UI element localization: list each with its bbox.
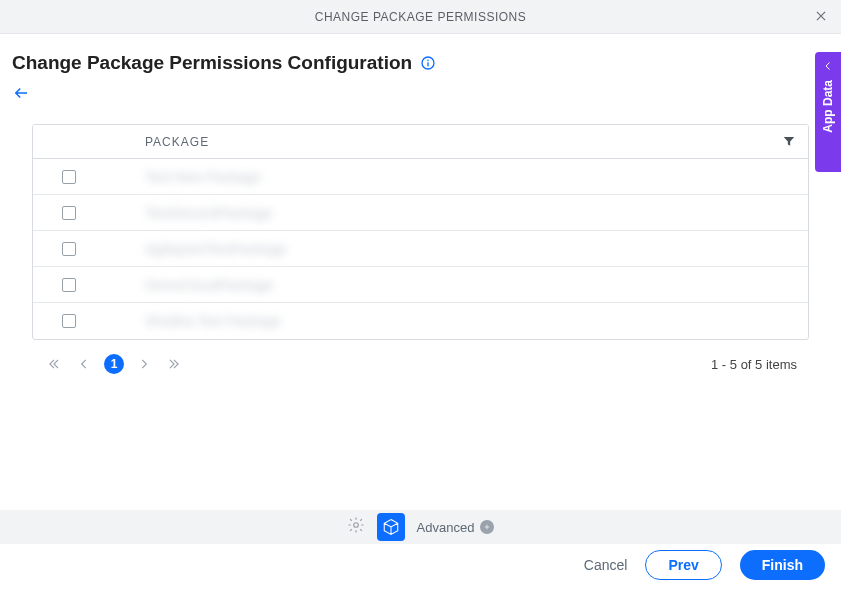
chevron-left-icon <box>822 60 834 72</box>
chevrons-right-icon <box>167 357 181 371</box>
info-icon[interactable] <box>420 55 436 71</box>
chevron-left-icon <box>77 357 91 371</box>
filter-icon <box>782 134 796 148</box>
back-button[interactable] <box>12 88 30 105</box>
table-row[interactable]: TestSecondPackage <box>33 195 808 231</box>
app-data-panel-toggle[interactable]: App Data <box>815 52 841 172</box>
package-table: PACKAGE Test New Package TestSecondPacka… <box>32 124 809 340</box>
action-bar: Cancel Prev Finish <box>584 550 825 580</box>
settings-button[interactable] <box>347 516 365 538</box>
gear-icon <box>347 516 365 534</box>
package-icon <box>382 518 400 536</box>
prev-button[interactable]: Prev <box>645 550 721 580</box>
pager-last[interactable] <box>164 354 184 374</box>
package-name: Shubha Test Package <box>105 313 281 329</box>
advanced-toggle[interactable]: Advanced <box>417 520 495 535</box>
footer-toolbar: Advanced <box>0 510 841 544</box>
table-row[interactable]: Shubha Test Package <box>33 303 808 339</box>
svg-point-1 <box>427 60 429 62</box>
pagination-bar: 1 1 - 5 of 5 items <box>32 348 809 386</box>
table-header-row: PACKAGE <box>33 125 808 159</box>
package-mode-button[interactable] <box>377 513 405 541</box>
pager-page-current[interactable]: 1 <box>104 354 124 374</box>
package-name: TestSecondPackage <box>105 205 273 221</box>
row-checkbox[interactable] <box>62 314 76 328</box>
finish-button[interactable]: Finish <box>740 550 825 580</box>
back-row <box>0 82 841 116</box>
cancel-button[interactable]: Cancel <box>584 557 628 573</box>
svg-point-3 <box>353 523 358 528</box>
pager-next[interactable] <box>134 354 154 374</box>
table-row[interactable]: DemoCloudPackage <box>33 267 808 303</box>
row-checkbox[interactable] <box>62 242 76 256</box>
side-tab-label: App Data <box>821 80 835 133</box>
column-header-package[interactable]: PACKAGE <box>105 135 209 149</box>
page-title: Change Package Permissions Configuration <box>12 52 412 74</box>
pager-prev[interactable] <box>74 354 94 374</box>
close-icon <box>814 9 828 23</box>
row-checkbox[interactable] <box>62 278 76 292</box>
package-name: Test New Package <box>105 169 261 185</box>
row-checkbox[interactable] <box>62 170 76 184</box>
modal-title: CHANGE PACKAGE PERMISSIONS <box>315 10 527 24</box>
row-checkbox[interactable] <box>62 206 76 220</box>
filter-button[interactable] <box>782 134 796 152</box>
svg-rect-2 <box>427 62 428 66</box>
package-name: AgilepointTestPackage <box>105 241 287 257</box>
close-button[interactable] <box>811 6 831 26</box>
arrow-left-icon <box>12 84 30 102</box>
modal-header: CHANGE PACKAGE PERMISSIONS <box>0 0 841 34</box>
chevron-right-icon <box>137 357 151 371</box>
pager-first[interactable] <box>44 354 64 374</box>
page-title-row: Change Package Permissions Configuration <box>0 34 841 82</box>
chevrons-left-icon <box>47 357 61 371</box>
advanced-label-text: Advanced <box>417 520 475 535</box>
table-row[interactable]: AgilepointTestPackage <box>33 231 808 267</box>
package-name: DemoCloudPackage <box>105 277 273 293</box>
plus-icon <box>480 520 494 534</box>
pager-summary: 1 - 5 of 5 items <box>711 357 797 372</box>
table-row[interactable]: Test New Package <box>33 159 808 195</box>
